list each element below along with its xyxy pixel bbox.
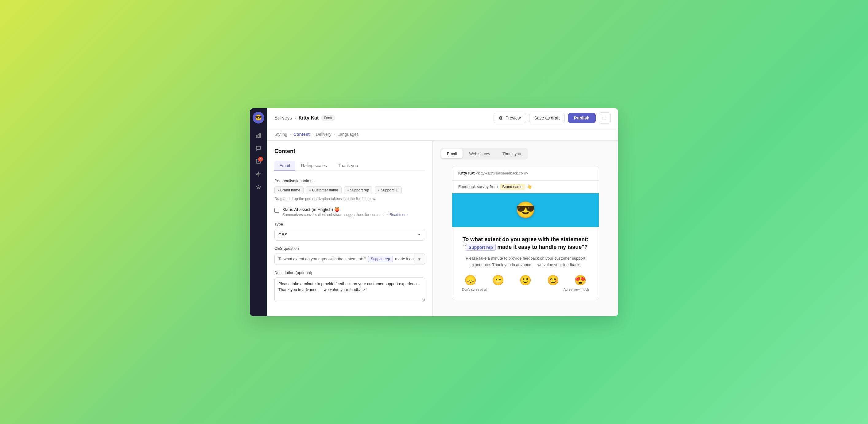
emoji-face-5: 😍: [574, 275, 587, 285]
ai-assist-section: Klaus AI assist (in English) 🍑 Summarize…: [274, 207, 425, 217]
svg-rect-1: [258, 134, 259, 138]
token-label: Brand name: [280, 188, 300, 192]
token-brand-name[interactable]: Brand name: [274, 186, 304, 194]
preview-tab-thank-you[interactable]: Thank you: [497, 149, 527, 158]
token-dot: [278, 190, 279, 191]
emoji-scale-labels: Don't agree at all Agree very much: [462, 288, 589, 291]
status-badge: Draft: [321, 115, 335, 121]
ai-assist-text: Klaus AI assist (in English) 🍑 Summarize…: [282, 207, 408, 217]
email-from-row: Kitty Kat <kitty-kat@klausfeedback.com>: [452, 166, 599, 181]
more-options-button[interactable]: ···: [599, 112, 611, 123]
ai-assist-label: Klaus AI assist (in English) 🍑: [282, 207, 408, 212]
emoji-4[interactable]: 😊: [547, 275, 559, 285]
type-select[interactable]: CES CSAT NPS: [274, 229, 425, 241]
email-from-addr: <kitty-kat@klausfeedback.com>: [476, 171, 528, 175]
main-content: Surveys › Kitty Kat Draft Preview Save a…: [267, 108, 618, 316]
ces-question-field-group: CES question To what extent do you agree…: [274, 246, 425, 265]
step-nav: Styling › Content › Delivery › Languages: [267, 128, 618, 141]
token-label: Support ID: [381, 188, 398, 192]
step-delivery[interactable]: Delivery: [316, 132, 332, 137]
ces-token-support-rep: Support rep: [368, 256, 393, 262]
step-sep-3: ›: [334, 132, 335, 136]
token-support-rep[interactable]: Support rep: [344, 186, 373, 194]
token-label: Customer name: [312, 188, 338, 192]
emoji-face-1: 😞: [464, 275, 477, 285]
subject-prefix: Feedback survey from: [458, 185, 498, 189]
token-support-id[interactable]: Support ID: [375, 186, 401, 194]
topbar: Surveys › Kitty Kat Draft Preview Save a…: [267, 108, 618, 128]
breadcrumb-current: Kitty Kat: [298, 115, 319, 121]
sidebar-item-chat[interactable]: [253, 143, 264, 154]
ces-question-input[interactable]: To what extent do you agree with the sta…: [274, 253, 425, 265]
type-field-group: Type CES CSAT NPS: [274, 222, 425, 241]
ces-question-label: CES question: [274, 246, 425, 251]
drag-hint: Drag and drop the personalization tokens…: [274, 197, 425, 201]
description-textarea[interactable]: [274, 278, 425, 302]
emoji-face-4: 😊: [547, 275, 559, 285]
app-container: 😎 8: [250, 108, 618, 316]
token-dot: [347, 190, 349, 191]
preview-tab-web-survey[interactable]: Web survey: [464, 149, 496, 158]
sidebar: 😎 8: [250, 108, 267, 316]
email-preview-card: Kitty Kat <kitty-kat@klausfeedback.com> …: [452, 166, 599, 301]
ces-question-arrow[interactable]: ▾: [414, 253, 425, 264]
step-styling[interactable]: Styling: [274, 132, 287, 137]
emoji-face-3: 🙂: [519, 275, 532, 285]
breadcrumb-sep-1: ›: [294, 115, 296, 120]
token-dot: [309, 190, 311, 191]
description-label: Description (optional): [274, 271, 425, 275]
email-question: To what extent do you agree with the sta…: [462, 236, 589, 251]
emoji-5[interactable]: 😍: [574, 275, 587, 285]
sidebar-item-tasks[interactable]: 8: [253, 156, 264, 167]
sidebar-item-learning[interactable]: [253, 181, 264, 193]
sub-tab-thank-you[interactable]: Thank you: [333, 161, 363, 171]
left-panel: Content Email Rating scales Thank you Pe…: [267, 141, 433, 316]
subject-token: Brand name: [500, 184, 525, 190]
preview-tab-email[interactable]: Email: [441, 149, 463, 158]
subject-emoji: 👋: [527, 185, 532, 189]
email-hero: 😎: [452, 193, 599, 227]
step-sep-1: ›: [290, 132, 291, 136]
token-customer-name[interactable]: Customer name: [306, 186, 341, 194]
personalisation-label: Personalisation tokens: [274, 178, 425, 183]
body-layout: Content Email Rating scales Thank you Pe…: [267, 141, 618, 316]
email-body: To what extent do you agree with the sta…: [452, 227, 599, 300]
breadcrumb: Surveys › Kitty Kat Draft: [274, 115, 490, 121]
right-panel: Email Web survey Thank you Kitty Kat <ki…: [433, 141, 618, 316]
email-description: Please take a minute to provide feedback…: [462, 255, 589, 268]
token-list: Brand name Customer name Support rep: [274, 186, 425, 194]
save-draft-button[interactable]: Save as draft: [529, 113, 565, 123]
publish-button[interactable]: Publish: [568, 113, 596, 123]
personalisation-section: Personalisation tokens Brand name Custom…: [274, 178, 425, 201]
logo-icon: 😎: [255, 114, 262, 121]
sidebar-logo[interactable]: 😎: [253, 112, 264, 123]
description-field-group: Description (optional): [274, 271, 425, 303]
topbar-actions: Preview Save as draft Publish ···: [494, 112, 611, 123]
svg-marker-3: [256, 172, 260, 176]
step-languages[interactable]: Languages: [338, 132, 359, 137]
preview-button[interactable]: Preview: [494, 113, 526, 123]
sub-tab-rating-scales[interactable]: Rating scales: [296, 161, 332, 171]
sidebar-item-automation[interactable]: [253, 168, 264, 180]
emoji-1[interactable]: 😞: [464, 275, 477, 285]
cat-logo-icon: 😎: [516, 201, 536, 219]
ai-assist-checkbox[interactable]: [274, 208, 279, 213]
ces-question-text: To what extent do you agree with the sta…: [275, 253, 414, 264]
ai-assist-read-more[interactable]: Read more: [390, 213, 408, 217]
breadcrumb-surveys[interactable]: Surveys: [274, 115, 292, 121]
token-dot: [378, 190, 379, 191]
token-label: Support rep: [350, 188, 369, 192]
ai-assist-desc: Summarizes conversation and shows sugges…: [282, 213, 408, 217]
email-from: Kitty Kat <kitty-kat@klausfeedback.com>: [458, 171, 593, 175]
scale-right-label: Agree very much: [563, 288, 589, 291]
panel-title: Content: [274, 148, 425, 154]
tasks-badge: 8: [258, 157, 263, 162]
sub-tab-email[interactable]: Email: [274, 161, 295, 171]
svg-point-4: [501, 117, 502, 119]
emoji-2[interactable]: 😐: [492, 275, 504, 285]
emoji-face-2: 😐: [492, 275, 504, 285]
emoji-3[interactable]: 🙂: [519, 275, 532, 285]
step-content[interactable]: Content: [293, 132, 310, 137]
sidebar-item-stats[interactable]: [253, 130, 264, 141]
emoji-scale: 😞 😐 🙂 😊 😍: [462, 275, 589, 285]
